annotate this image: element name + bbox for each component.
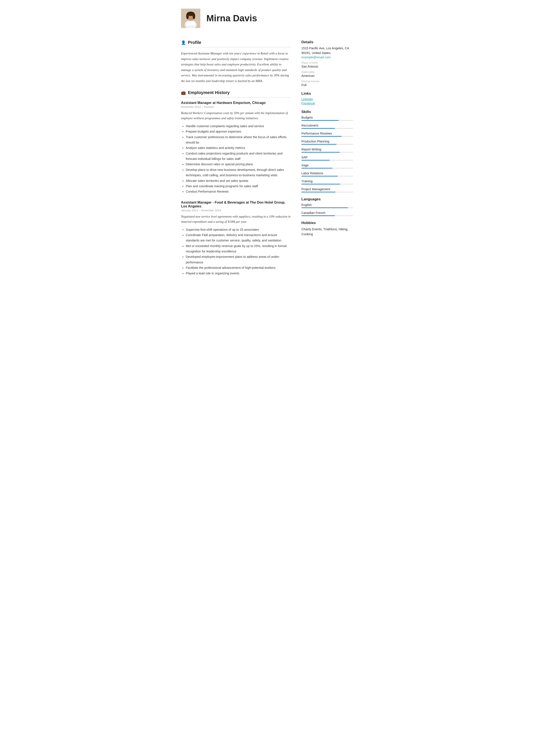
employment-icon: 💼 [181,91,186,95]
links-container: LinkedinFacebook [301,97,353,105]
skill-bar-background [301,192,353,192]
place-of-birth-value: San Antonio [301,65,353,68]
skill-bar-fill [301,176,338,176]
language-name: Canadian French [301,211,353,215]
employment-divider [181,97,291,97]
link-item[interactable]: Facebook [301,101,353,105]
language-bar-background [301,215,353,216]
driving-license-label: Driving license [301,80,353,83]
skill-bar-background [301,160,353,161]
skill-item: Project Management [301,187,353,192]
job-block-1: Assistant Manager at Hardware Emporium, … [181,101,291,195]
job-summary-1: Reduced Workers' Compensation costs by 5… [181,111,291,121]
language-item: Canadian French [301,211,353,216]
skill-name: SAP [301,156,353,159]
hobbies-section: Hobbies Charity Events, Triathlons, Hiki… [301,221,353,237]
detail-email: example@email.com [301,56,353,59]
list-item: Facilitate the professional advancement … [186,265,291,271]
svg-point-5 [186,13,189,19]
skill-bar-background [301,168,353,169]
skill-name: Performance Reviews [301,132,353,135]
profile-text: Experienced Assistant Manager with ten y… [181,51,291,84]
skills-title: Skills [301,110,353,114]
skill-item: Budgets [301,116,353,121]
language-bar-background [301,207,353,208]
languages-container: EnglishCanadian French [301,203,353,216]
skill-bar-fill [301,152,340,152]
hobbies-text: Charity Events, Triathlons, Hiking, Cook… [301,227,353,237]
list-item: Develop plans to drive new business deve… [186,167,291,178]
job-dates-1: November 2014 – Present [181,105,291,108]
list-item: Conduct sales projections regarding prod… [186,151,291,162]
detail-address: 1515 Pacific Ave, Los Angeles, CA 90291,… [301,46,353,56]
job-bullets-1: Handle customer complaints regarding sal… [181,123,291,195]
list-item: Coordinate F&B preparation, delivery and… [186,232,291,243]
list-item: Prepare budgets and approve expenses [186,129,291,134]
skill-bar-background [301,120,353,121]
driving-license-value: Full [301,83,353,87]
skill-bar-background [301,184,353,184]
language-item: English [301,203,353,208]
link-item[interactable]: Linkedin [301,97,353,101]
skill-bar-fill [301,144,337,145]
links-title: Links [301,92,353,96]
skill-name: Budgets [301,116,353,119]
skill-item: Report Writing [301,148,353,152]
skill-item: Sage [301,164,353,169]
profile-divider [181,47,291,47]
place-of-birth-label: Place of birth [301,61,353,64]
profile-section-title: 👤 Profile [181,40,291,45]
skill-name: Training [301,179,353,183]
right-column: Details 1515 Pacific Ave, Los Angeles, C… [301,40,353,282]
skill-bar-background [301,136,353,137]
details-title: Details [301,40,353,44]
list-item: Handle customer complaints regarding sal… [186,123,291,129]
skill-bar-fill [301,128,335,129]
header-name: Mirna Davis [206,13,257,23]
skill-item: Training [301,179,353,184]
profile-icon: 👤 [181,40,186,45]
skill-bar-background [301,176,353,176]
skill-item: Production Planning [301,140,353,145]
links-section: Links LinkedinFacebook [301,92,353,105]
avatar [181,9,200,28]
job-dates-2: January 2013 – November 2014 [181,209,291,212]
list-item: Plan and coordinate training programs fo… [186,183,291,189]
svg-point-6 [192,13,195,19]
skill-item: Recruitment [301,124,353,129]
list-item: Played a lead role in organizing events [186,271,291,276]
skill-bar-background [301,128,353,129]
skill-name: Production Planning [301,140,353,143]
skill-name: Recruitment [301,124,353,127]
employment-section: 💼 Employment History Assistant Manager a… [181,90,291,276]
skill-name: Labor Relations [301,172,353,175]
nationality-label: Nationality [301,70,353,74]
left-column: 👤 Profile Experienced Assistant Manager … [181,40,291,282]
job-title-1: Assistant Manager at Hardware Emporium, … [181,101,291,105]
skill-bar-fill [301,192,335,192]
list-item: Analyze sales statistics and activity me… [186,145,291,151]
profile-section: 👤 Profile Experienced Assistant Manager … [181,40,291,84]
skills-container: BudgetsRecruitmentPerformance ReviewsPro… [301,116,353,192]
skills-section: Skills BudgetsRecruitmentPerformance Rev… [301,110,353,192]
employment-section-title: 💼 Employment History [181,90,291,95]
skill-item: SAP [301,156,353,161]
language-name: English [301,203,353,206]
language-bar-fill [301,215,335,216]
svg-rect-2 [186,21,195,26]
list-item: Conduct Performance Reviews [186,189,291,194]
job-bullets-2: Supervise first-shift operations of up t… [181,227,291,276]
languages-section: Languages EnglishCanadian French [301,197,353,216]
skill-bar-fill [301,184,340,184]
skill-bar-fill [301,160,330,161]
language-bar-fill [301,207,348,208]
list-item: Supervise first-shift operations of up t… [186,227,291,232]
main-content: 👤 Profile Experienced Assistant Manager … [181,40,353,282]
job-summary-2: Negotiated new service level agreements … [181,214,291,225]
details-section: Details 1515 Pacific Ave, Los Angeles, C… [301,40,353,87]
list-item: Developed employee-improvement plans to … [186,254,291,265]
skill-bar-fill [301,136,342,137]
skill-name: Report Writing [301,148,353,151]
list-item: Met or exceeded monthly revenue goals by… [186,243,291,255]
languages-title: Languages [301,197,353,202]
